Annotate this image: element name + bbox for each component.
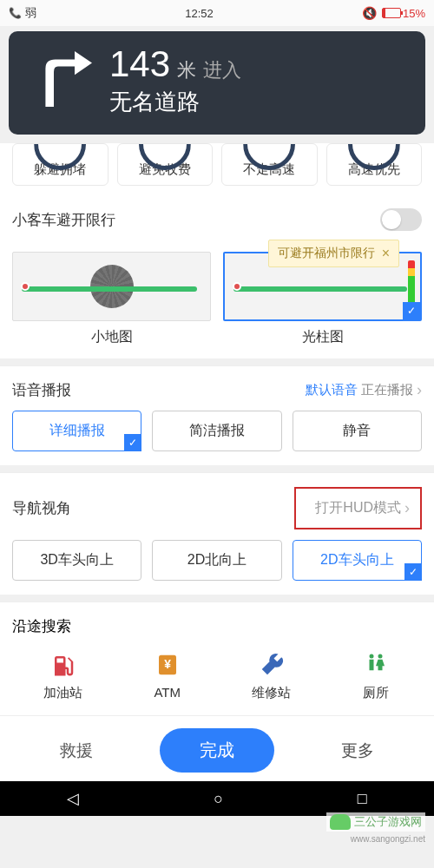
pref-avoid-jam[interactable]: 躲避拥堵 xyxy=(12,143,108,186)
check-icon: ✓ xyxy=(404,563,422,581)
android-nav-bar: ◁ ○ □ xyxy=(0,781,434,816)
svg-text:¥: ¥ xyxy=(164,658,171,671)
back-icon[interactable]: ◁ xyxy=(67,789,79,808)
nav-road: 无名道路 xyxy=(109,87,241,117)
route-preferences: 躲避拥堵 避免收费 不走高速 高速优先 xyxy=(0,143,434,194)
gas-icon xyxy=(49,650,78,680)
pref-no-highway[interactable]: 不走高速 xyxy=(221,143,318,186)
chevron-right-icon: › xyxy=(404,499,410,517)
nav-unit: 米 xyxy=(177,57,196,83)
check-icon: ✓ xyxy=(124,434,141,451)
search-title: 沿途搜索 xyxy=(0,602,434,645)
poi-toilet[interactable]: 厕所 xyxy=(361,650,391,701)
search-section: 沿途搜索 加油站 ¥ ATM 维修站 厕所 xyxy=(0,602,434,715)
voice-opt-simple[interactable]: 简洁播报 xyxy=(152,411,281,451)
signal-icon: 📞 xyxy=(9,7,22,19)
hint-text: 可避开福州市限行 xyxy=(278,246,375,261)
signal-text: 弱 xyxy=(25,5,36,21)
view-opt-2d-car[interactable]: 2D车头向上 ✓ xyxy=(293,540,422,581)
poi-atm[interactable]: ¥ ATM xyxy=(153,650,182,701)
watermark: 三公子游戏网 xyxy=(326,812,425,832)
nav-enter: 进入 xyxy=(203,57,241,83)
home-icon[interactable]: ○ xyxy=(214,790,223,808)
view-opt-3d[interactable]: 3D车头向上 xyxy=(12,540,141,581)
svg-rect-0 xyxy=(56,659,63,663)
voice-opt-mute[interactable]: 静音 xyxy=(293,411,422,451)
pref-highway-first[interactable]: 高速优先 xyxy=(326,143,423,186)
voice-opt-detailed[interactable]: 详细播报 ✓ xyxy=(12,411,141,451)
toilet-icon xyxy=(361,650,391,680)
map-mini-label: 小地图 xyxy=(91,328,133,346)
svg-point-3 xyxy=(369,654,373,659)
view-opt-2d-north[interactable]: 2D北向上 xyxy=(152,540,281,581)
svg-point-5 xyxy=(378,654,382,659)
recents-icon[interactable]: □ xyxy=(358,790,367,808)
atm-icon: ¥ xyxy=(153,650,182,680)
pref-avoid-toll[interactable]: 避免收费 xyxy=(117,143,214,186)
restriction-label: 小客车避开限行 xyxy=(12,210,115,230)
clock: 12:52 xyxy=(185,7,214,20)
poi-gas[interactable]: 加油站 xyxy=(43,650,82,701)
svg-rect-4 xyxy=(369,660,373,671)
check-icon: ✓ xyxy=(403,302,420,319)
view-title: 导航视角 xyxy=(12,498,71,518)
android-icon xyxy=(330,814,351,830)
hint-close-icon[interactable]: × xyxy=(382,246,390,261)
battery-indicator: 15% xyxy=(382,7,425,20)
rescue-button[interactable]: 救援 xyxy=(43,729,110,773)
navigation-banner[interactable]: 143 米 进入 无名道路 xyxy=(9,31,425,135)
hud-mode-link[interactable]: 打开HUD模式› xyxy=(294,487,422,529)
chevron-right-icon: › xyxy=(417,381,422,399)
restriction-row: 小客车避开限行 xyxy=(0,194,434,240)
more-button[interactable]: 更多 xyxy=(324,729,391,773)
watermark-url: www.sangongzi.net xyxy=(351,834,425,844)
mute-icon: 🔇 xyxy=(362,6,377,20)
status-bar: 📞 弱 12:52 🔇 15% xyxy=(0,0,434,26)
view-section: 导航视角 打开HUD模式› 3D车头向上 2D北向上 2D车头向上 ✓ xyxy=(0,472,434,595)
voice-title: 语音播报 xyxy=(12,380,71,400)
map-mini-card[interactable]: 小地图 xyxy=(12,252,211,346)
bottom-actions: 救援 完成 更多 xyxy=(0,715,434,781)
poi-repair[interactable]: 维修站 xyxy=(252,650,291,701)
map-beam-label: 光柱图 xyxy=(302,328,344,346)
voice-section: 语音播报 默认语音正在播报 › 详细播报 ✓ 简洁播报 静音 xyxy=(0,365,434,465)
restriction-toggle[interactable] xyxy=(380,208,422,231)
restriction-hint: 可避开福州市限行 × xyxy=(268,240,399,267)
turn-right-icon xyxy=(26,44,95,117)
done-button[interactable]: 完成 xyxy=(160,728,274,773)
voice-settings-link[interactable]: 默认语音正在播报 › xyxy=(306,381,422,399)
nav-distance: 143 xyxy=(109,43,170,85)
battery-pct: 15% xyxy=(403,7,425,20)
wrench-icon xyxy=(257,650,286,680)
